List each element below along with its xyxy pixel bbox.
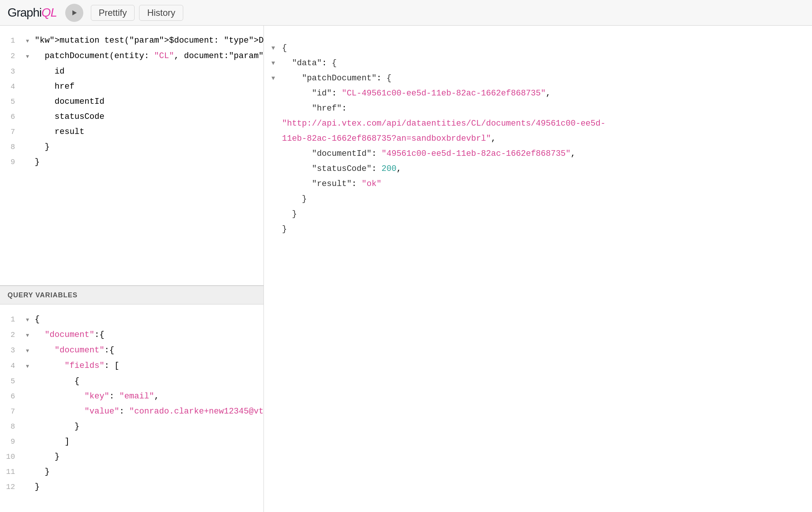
table-row: 1▼{ — [0, 312, 264, 327]
line-number: 2 — [0, 327, 23, 343]
code-line: "value": "conrado.clarke+new12345@vtex.c… — [33, 404, 264, 419]
table-row: 5 { — [0, 374, 264, 389]
fold-gutter[interactable] — [23, 434, 33, 449]
fold-gutter[interactable] — [23, 109, 33, 125]
code-line: patchDocument(entity: "CL", document:"pa… — [33, 49, 264, 64]
response-code: "http://api.vtex.com/api/dataentities/CL… — [282, 116, 605, 146]
fold-gutter[interactable] — [23, 464, 33, 480]
fold-gutter[interactable] — [23, 64, 33, 79]
variables-section: QUERY VARIABLES 1▼{2▼ "document":{3▼ "do… — [0, 286, 264, 512]
table-row: 11 } — [0, 464, 264, 480]
code-line: "key": "email", — [33, 389, 264, 404]
table-row: 8 } — [0, 140, 264, 155]
query-code-area[interactable]: 1▼"kw">mutation test("param">$document: … — [0, 26, 264, 285]
response-line: "documentId": "49561c00-ee5d-11eb-82ac-1… — [271, 146, 804, 161]
fold-gutter[interactable] — [23, 140, 33, 155]
fold-gutter[interactable] — [23, 404, 33, 419]
table-row: 4 href — [0, 79, 264, 94]
code-line: { — [33, 374, 264, 389]
fold-gutter[interactable]: ▼ — [23, 312, 33, 327]
line-number: 9 — [0, 434, 23, 449]
toolbar: GraphiQL Prettify History — [0, 0, 812, 26]
history-button[interactable]: History — [139, 5, 183, 21]
variables-header[interactable]: QUERY VARIABLES — [0, 286, 264, 304]
fold-indicator[interactable]: ▼ — [271, 71, 282, 86]
table-row: 7 "value": "conrado.clarke+new12345@vtex… — [0, 404, 264, 419]
table-row: 2▼ "document":{ — [0, 327, 264, 343]
fold-gutter[interactable] — [23, 389, 33, 404]
code-line: ] — [33, 434, 264, 449]
fold-gutter[interactable] — [23, 94, 33, 109]
table-row: 5 documentId — [0, 94, 264, 109]
line-number: 9 — [0, 155, 23, 170]
execute-button[interactable] — [65, 4, 83, 22]
line-number: 6 — [0, 109, 23, 125]
response-line: } — [271, 192, 804, 207]
variables-code-area[interactable]: 1▼{2▼ "document":{3▼ "document":{4▼ "fie… — [0, 304, 264, 512]
code-line: } — [33, 155, 264, 170]
code-line: id — [33, 64, 264, 79]
code-line: result — [33, 125, 264, 140]
fold-gutter[interactable] — [23, 374, 33, 389]
fold-indicator[interactable]: ▼ — [271, 41, 282, 56]
response-line: ▼{ — [271, 41, 804, 56]
response-code: } — [282, 207, 297, 222]
line-number: 3 — [0, 64, 23, 79]
response-line: "http://api.vtex.com/api/dataentities/CL… — [271, 116, 804, 146]
code-line: } — [33, 449, 264, 464]
fold-gutter[interactable]: ▼ — [23, 343, 33, 358]
fold-gutter[interactable]: ▼ — [23, 49, 33, 64]
variables-header-label: QUERY VARIABLES — [8, 291, 78, 299]
code-line: href — [33, 79, 264, 94]
table-row: 9 ] — [0, 434, 264, 449]
code-line: "fields": [ — [33, 358, 264, 374]
response-code-area[interactable]: ▼{▼ "data": {▼ "patchDocument": { "id": … — [264, 26, 812, 512]
response-code: } — [282, 192, 307, 207]
query-editor[interactable]: 1▼"kw">mutation test("param">$document: … — [0, 26, 264, 286]
fold-gutter[interactable] — [23, 480, 33, 495]
response-line: ▼ "data": { — [271, 56, 804, 71]
fold-gutter[interactable] — [23, 79, 33, 94]
line-number: 8 — [0, 140, 23, 155]
table-row: 12} — [0, 480, 264, 495]
line-number: 6 — [0, 389, 23, 404]
response-code: { — [282, 41, 287, 56]
code-line: documentId — [33, 94, 264, 109]
fold-gutter[interactable] — [23, 449, 33, 464]
response-line: } — [271, 207, 804, 222]
fold-indicator[interactable]: ▼ — [271, 56, 282, 71]
table-row: 10 } — [0, 449, 264, 464]
fold-gutter[interactable]: ▼ — [23, 327, 33, 343]
response-line: "id": "CL-49561c00-ee5d-11eb-82ac-1662ef… — [271, 86, 804, 101]
line-number: 4 — [0, 358, 23, 374]
fold-gutter[interactable] — [23, 125, 33, 140]
fold-gutter[interactable]: ▼ — [23, 358, 33, 374]
line-number: 5 — [0, 374, 23, 389]
line-number: 7 — [0, 404, 23, 419]
response-code: "data": { — [282, 56, 337, 71]
response-line: "result": "ok" — [271, 177, 804, 192]
code-line: "kw">mutation test("param">$document: "t… — [33, 33, 264, 49]
line-number: 12 — [0, 480, 23, 495]
response-line: } — [271, 222, 804, 237]
code-line: { — [33, 312, 264, 327]
table-row: 9} — [0, 155, 264, 170]
response-line: ▼ "patchDocument": { — [271, 71, 804, 86]
code-line: } — [33, 140, 264, 155]
code-line: "document":{ — [33, 327, 264, 343]
fold-gutter[interactable] — [23, 155, 33, 170]
line-number: 1 — [0, 33, 23, 49]
response-code: "statusCode": 200, — [282, 161, 401, 177]
prettify-button[interactable]: Prettify — [91, 5, 135, 21]
line-number: 2 — [0, 49, 23, 64]
line-number: 4 — [0, 79, 23, 94]
code-line: } — [33, 419, 264, 434]
response-code: } — [282, 222, 287, 237]
fold-gutter[interactable] — [23, 419, 33, 434]
code-line: } — [33, 480, 264, 495]
table-row: 6 "key": "email", — [0, 389, 264, 404]
code-line: } — [33, 464, 264, 480]
table-row: 3 id — [0, 64, 264, 79]
fold-gutter[interactable]: ▼ — [23, 33, 33, 49]
table-row: 4▼ "fields": [ — [0, 358, 264, 374]
